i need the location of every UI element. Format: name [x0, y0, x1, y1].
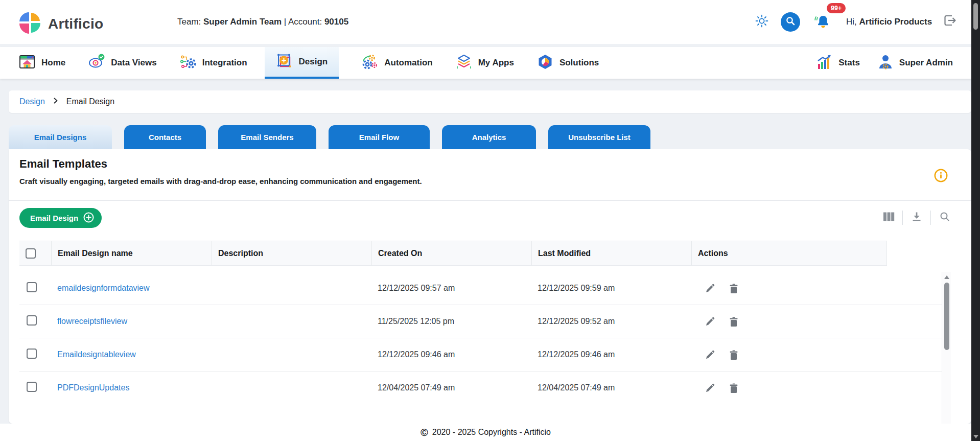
last-modified-cell: 12/12/2025 09:59 am — [531, 284, 691, 293]
last-modified-cell: 12/12/2025 09:52 am — [531, 317, 691, 326]
last-modified-cell: 12/12/2025 09:46 am — [531, 350, 691, 359]
page-scrollbar-thumb[interactable] — [973, 3, 978, 30]
nav-item-design[interactable]: Design — [265, 47, 339, 79]
info-button[interactable] — [934, 169, 948, 182]
logout-button[interactable] — [942, 13, 958, 30]
table-toolbar — [882, 211, 951, 225]
nav-label: Integration — [202, 58, 247, 68]
theme-toggle-button[interactable] — [755, 15, 768, 29]
columns-icon — [883, 211, 895, 224]
artificio-logo-icon — [18, 11, 42, 37]
row-checkbox[interactable] — [27, 382, 37, 392]
nav-item-solutions[interactable]: Solutions — [536, 47, 599, 79]
created-on-cell: 11/25/2025 12:05 pm — [371, 317, 531, 326]
download-icon — [911, 211, 922, 224]
scrollbar-up-arrow-icon[interactable] — [944, 275, 949, 279]
row-checkbox[interactable] — [27, 282, 37, 292]
select-all-checkbox[interactable] — [26, 248, 36, 259]
nav-label: Solutions — [559, 58, 599, 68]
nav-item-integration[interactable]: Integration — [179, 47, 247, 79]
footer: © 2020 - 2025 Copyrights - Artificio — [0, 424, 971, 441]
delete-button[interactable] — [729, 316, 739, 327]
edit-button[interactable] — [705, 283, 715, 294]
create-email-design-button[interactable]: Email Design — [19, 208, 102, 228]
team-label: Team: — [177, 17, 201, 27]
nav-label: Super Admin — [899, 58, 953, 68]
row-checkbox[interactable] — [27, 315, 37, 326]
last-modified-cell: 12/04/2025 07:49 am — [531, 383, 691, 392]
table-row: Emaildesigntableview 12/12/2025 09:46 am… — [19, 338, 942, 372]
tab-email-flow[interactable]: Email Flow — [329, 125, 430, 149]
edit-button[interactable] — [705, 350, 715, 360]
table-scrollbar[interactable] — [942, 272, 951, 424]
create-button-label: Email Design — [30, 214, 78, 222]
tab-contacts[interactable]: Contacts — [124, 125, 206, 149]
nav-item-automation[interactable]: Automation — [361, 47, 432, 79]
design-icon — [276, 52, 293, 72]
nav-item-data-views[interactable]: Data Views — [88, 47, 156, 79]
created-on-cell: 12/04/2025 07:49 am — [371, 383, 531, 392]
table-header-row: Email Design name Description Created On… — [19, 241, 942, 266]
table-search-button[interactable] — [939, 212, 951, 224]
nav-item-my-apps[interactable]: My Apps — [455, 47, 514, 79]
search-icon — [785, 15, 796, 29]
nav-item-super-admin[interactable]: Super Admin — [877, 47, 953, 79]
col-header-description: Description — [212, 241, 371, 266]
solutions-icon — [536, 53, 554, 73]
columns-button[interactable] — [882, 212, 895, 224]
stats-icon — [816, 54, 833, 73]
user-greeting: Hi, Artificio Products — [846, 17, 932, 27]
delete-button[interactable] — [729, 283, 739, 294]
search-icon — [939, 211, 950, 224]
sun-icon — [755, 14, 768, 30]
col-header-spacer — [886, 241, 942, 266]
created-on-cell: 12/12/2025 09:46 am — [371, 350, 531, 359]
scrollbar-down-arrow-icon[interactable] — [973, 435, 978, 438]
automation-icon — [361, 53, 379, 73]
breadcrumb-current: Email Design — [66, 97, 114, 106]
download-button[interactable] — [911, 212, 923, 224]
table-row: emaildesignformdataview 12/12/2025 09:57… — [19, 272, 942, 305]
team-account-info: Team: Super Admin Team | Account: 90105 — [177, 17, 348, 27]
nav-label: Data Views — [111, 58, 156, 68]
notifications-button[interactable] — [813, 13, 831, 32]
email-design-name-link[interactable]: PDFDesignUpdates — [57, 383, 129, 392]
col-header-last-modified: Last Modified — [531, 241, 691, 266]
tab-email-senders[interactable]: Email Senders — [218, 125, 316, 149]
nav-item-home[interactable]: Home — [18, 47, 65, 79]
col-header-created-on: Created On — [371, 241, 531, 266]
nav-item-stats[interactable]: Stats — [816, 47, 860, 79]
delete-button[interactable] — [729, 350, 739, 360]
global-search-button[interactable] — [781, 12, 800, 32]
tab-email-designs[interactable]: Email Designs — [9, 125, 112, 149]
row-checkbox[interactable] — [27, 349, 37, 359]
table-scrollbar-thumb[interactable] — [944, 283, 949, 350]
tab-unsubscribe-list[interactable]: Unsubscribe List — [548, 125, 650, 149]
my-apps-icon — [455, 53, 473, 73]
toolbar-divider — [930, 211, 931, 225]
email-design-name-link[interactable]: Emaildesigntableview — [57, 350, 136, 359]
team-name: Super Admin Team — [203, 17, 282, 27]
delete-button[interactable] — [729, 383, 739, 393]
brand-name: Artificio — [48, 16, 103, 32]
table-row: flowreceiptsfileview 11/25/2025 12:05 pm… — [19, 305, 942, 338]
copyright-icon: © — [421, 427, 428, 437]
tab-analytics[interactable]: Analytics — [442, 125, 536, 149]
page-subtitle: Craft visually engaging, targeted emails… — [19, 177, 422, 185]
home-icon — [18, 53, 36, 73]
logout-icon — [942, 12, 958, 31]
breadcrumb-design-link[interactable]: Design — [19, 97, 45, 106]
data-views-icon — [88, 53, 105, 73]
brand-logo[interactable]: Artificio — [18, 11, 103, 37]
integration-icon — [179, 53, 197, 73]
tab-bar: Email Designs Contacts Email Senders Ema… — [9, 125, 650, 149]
page-scrollbar[interactable] — [971, 0, 980, 441]
edit-button[interactable] — [705, 383, 715, 393]
toolbar-divider — [902, 211, 903, 225]
nav-label: My Apps — [478, 58, 514, 68]
email-design-name-link[interactable]: flowreceiptsfileview — [57, 317, 127, 326]
col-header-actions: Actions — [691, 241, 886, 266]
created-on-cell: 12/12/2025 09:57 am — [371, 284, 531, 293]
edit-button[interactable] — [705, 316, 715, 327]
email-design-name-link[interactable]: emaildesignformdataview — [57, 284, 150, 292]
